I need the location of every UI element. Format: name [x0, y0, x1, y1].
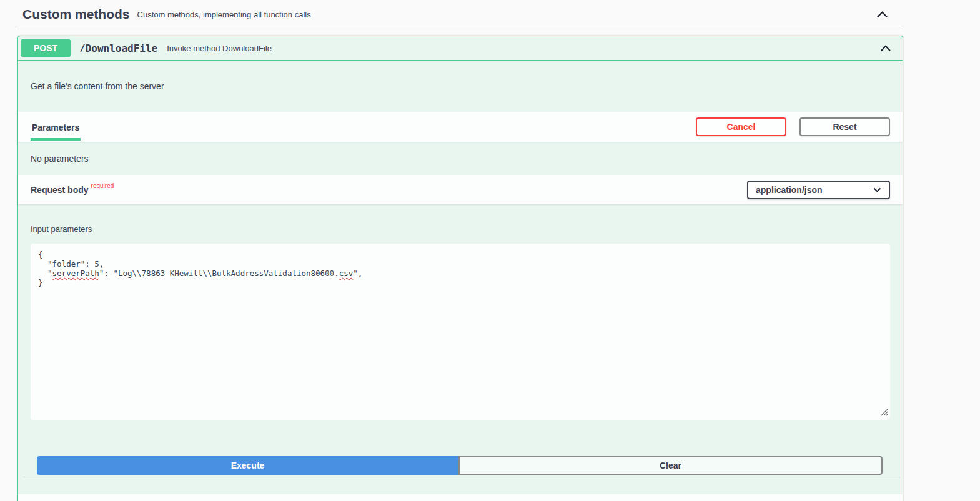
responses-section-header	[18, 494, 903, 501]
cancel-button[interactable]: Cancel	[696, 117, 786, 136]
request-body-section-header: Request body required application/json	[18, 175, 903, 204]
resize-grip-icon[interactable]	[880, 408, 888, 418]
tag-description: Custom methods, implementing all functio…	[137, 10, 311, 19]
operation-summary: Invoke method DownloadFile	[167, 44, 272, 53]
divider	[23, 477, 900, 477]
opblock-summary[interactable]: POST /DownloadFile Invoke method Downloa…	[18, 36, 903, 61]
chevron-up-icon[interactable]	[876, 11, 888, 18]
chevron-down-icon	[873, 187, 881, 192]
operation-description: Get a file's content from the server	[18, 61, 903, 112]
parameters-section-header: Parameters Cancel Reset	[18, 112, 903, 142]
tag-section-header[interactable]: Custom methods Custom methods, implement…	[17, 0, 903, 29]
execute-button[interactable]: Execute	[37, 456, 458, 475]
operation-path: /DownloadFile	[79, 42, 157, 54]
chevron-up-icon[interactable]	[880, 45, 891, 52]
required-flag: required	[91, 182, 114, 189]
clear-button[interactable]: Clear	[458, 456, 883, 475]
http-method-badge: POST	[21, 39, 71, 57]
opblock-post-downloadfile: POST /DownloadFile Invoke method Downloa…	[17, 36, 903, 501]
content-type-value: application/json	[756, 185, 823, 195]
body-text: ": "Log\\78863-KHewitt\\BulkAddressValid…	[99, 269, 339, 278]
reset-button[interactable]: Reset	[799, 117, 890, 136]
tab-parameters: Parameters	[31, 122, 81, 141]
no-parameters-message: No parameters	[18, 142, 903, 175]
tag-title: Custom methods	[22, 7, 130, 22]
request-body-section: Input parameters { "folder": 5, "serverP…	[18, 204, 903, 475]
request-body-label: Request body	[31, 185, 89, 195]
execute-button-group: Execute Clear	[37, 456, 883, 475]
body-text-misspelled: csv	[339, 269, 354, 278]
content-type-select[interactable]: application/json	[747, 181, 890, 199]
input-parameters-label: Input parameters	[31, 204, 890, 244]
request-body-editor[interactable]: { "folder": 5, "serverPath": "Log\\78863…	[31, 244, 890, 420]
api-section: Custom methods Custom methods, implement…	[17, 0, 903, 501]
body-text-misspelled: serverPath	[52, 269, 99, 278]
